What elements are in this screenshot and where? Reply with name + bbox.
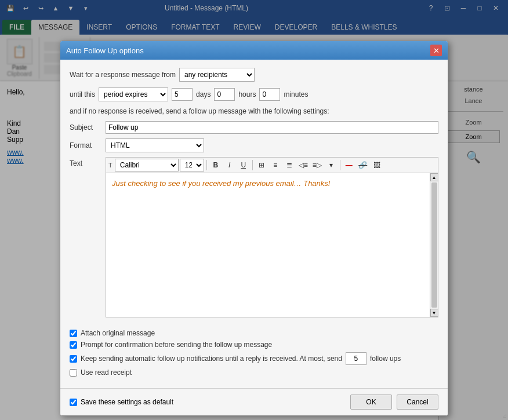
read-receipt-label: Use read receipt bbox=[81, 368, 132, 377]
dialog-title: Auto Follow Up options bbox=[66, 46, 144, 55]
sep-2 bbox=[252, 160, 253, 170]
prompt-confirm-checkbox[interactable] bbox=[70, 341, 77, 349]
dialog-close-button[interactable]: ✕ bbox=[430, 45, 442, 56]
save-default-checkbox[interactable] bbox=[70, 399, 77, 406]
read-receipt-row: Use read receipt bbox=[70, 368, 438, 377]
text-scrollbar: ▲ ▼ bbox=[430, 173, 438, 317]
line-button[interactable]: — bbox=[343, 159, 355, 171]
bold-button[interactable]: B bbox=[209, 159, 222, 171]
keep-sending-checkbox[interactable] bbox=[70, 355, 77, 363]
email-body-text[interactable]: Just checking to see if you received my … bbox=[106, 173, 438, 193]
text-row: Text T Calibri Arial Times New Roman 891… bbox=[70, 157, 438, 324]
wait-label: Wait for a response message from bbox=[70, 71, 176, 79]
format-row: Format HTML Plain Text Rich Text bbox=[70, 138, 438, 152]
recipients-select[interactable]: any recipients all recipients bbox=[179, 68, 255, 82]
ok-button[interactable]: OK bbox=[350, 395, 392, 410]
dialog-overlay: Auto Follow Up options ✕ Wait for a resp… bbox=[0, 0, 508, 420]
subject-row: Subject bbox=[70, 121, 438, 134]
save-default-label: Save these settings as default bbox=[81, 398, 173, 406]
footer-left: Save these settings as default bbox=[70, 398, 346, 406]
font-icon: T bbox=[108, 162, 113, 169]
hours-input[interactable] bbox=[214, 88, 235, 101]
scroll-thumb[interactable] bbox=[431, 182, 437, 308]
wait-row: Wait for a response message from any rec… bbox=[70, 68, 438, 82]
font-select[interactable]: Calibri Arial Times New Roman bbox=[115, 159, 179, 171]
keep-sending-label: Keep sending automatic follow up notific… bbox=[81, 355, 342, 363]
notice-text: and if no response is received, send a f… bbox=[70, 107, 438, 115]
followups-count-input[interactable] bbox=[346, 352, 367, 365]
format-select[interactable]: HTML Plain Text Rich Text bbox=[106, 138, 204, 152]
minutes-input[interactable] bbox=[259, 88, 280, 101]
attach-original-row: Attach original message bbox=[70, 329, 438, 337]
attach-original-label: Attach original message bbox=[81, 329, 155, 337]
text-editor-container: T Calibri Arial Times New Roman 891011 1… bbox=[106, 157, 438, 324]
sep-3 bbox=[340, 160, 340, 170]
dialog-title-bar: Auto Follow Up options ✕ bbox=[60, 41, 448, 60]
days-input[interactable] bbox=[172, 88, 193, 101]
period-select[interactable]: period expires date passes bbox=[99, 87, 168, 101]
ul-button[interactable]: ≡ bbox=[269, 159, 282, 171]
keep-sending-row: Keep sending automatic follow up notific… bbox=[70, 352, 438, 365]
italic-button[interactable]: I bbox=[223, 159, 236, 171]
dialog-footer: Save these settings as default OK Cancel bbox=[60, 388, 448, 415]
outdent-button[interactable]: ◁≡ bbox=[297, 159, 310, 171]
minutes-label: minutes bbox=[284, 90, 308, 98]
until-label: until this bbox=[70, 90, 95, 98]
size-select[interactable]: 891011 121416 bbox=[180, 159, 204, 171]
scroll-down-arrow[interactable]: ▼ bbox=[430, 309, 438, 317]
subject-input[interactable] bbox=[106, 121, 438, 134]
auto-followup-dialog: Auto Follow Up options ✕ Wait for a resp… bbox=[60, 41, 448, 416]
attach-original-checkbox[interactable] bbox=[70, 330, 77, 337]
subject-label: Subject bbox=[70, 123, 101, 132]
text-label: Text bbox=[70, 157, 101, 167]
cancel-button[interactable]: Cancel bbox=[397, 395, 438, 410]
followups-label: follow ups bbox=[370, 355, 401, 363]
text-area-container[interactable]: Just checking to see if you received my … bbox=[106, 173, 438, 317]
align-button[interactable]: ▾ bbox=[325, 159, 338, 171]
prompt-confirm-label: Prompt for confirmation before sending t… bbox=[81, 341, 272, 349]
ol-button[interactable]: ≣ bbox=[283, 159, 296, 171]
image-button[interactable]: 🖼 bbox=[371, 159, 383, 171]
hours-label: hours bbox=[238, 90, 256, 98]
table-button[interactable]: ⊞ bbox=[255, 159, 268, 171]
until-row: until this period expires date passes da… bbox=[70, 87, 438, 101]
scroll-up-arrow[interactable]: ▲ bbox=[430, 173, 438, 181]
text-toolbar: T Calibri Arial Times New Roman 891011 1… bbox=[106, 157, 438, 173]
format-label: Format bbox=[70, 141, 101, 149]
sep-1 bbox=[206, 160, 207, 170]
dialog-body: Wait for a response message from any rec… bbox=[60, 60, 448, 388]
indent-button[interactable]: ≡▷ bbox=[311, 159, 324, 171]
read-receipt-checkbox[interactable] bbox=[70, 369, 77, 377]
prompt-confirm-row: Prompt for confirmation before sending t… bbox=[70, 341, 438, 349]
link-button[interactable]: 🔗 bbox=[357, 159, 369, 171]
underline-button[interactable]: U bbox=[237, 159, 250, 171]
days-label: days bbox=[196, 90, 211, 98]
